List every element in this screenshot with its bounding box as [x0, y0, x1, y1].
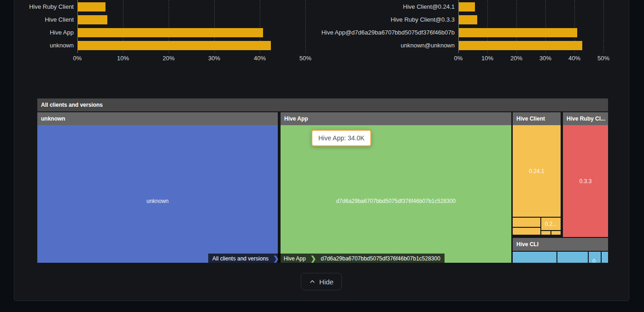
gridline	[603, 0, 604, 53]
treemap-cell-label: 0.	[589, 258, 601, 263]
treemap-cell-label: unknown	[146, 198, 169, 204]
category-label: Hive Client@0.24.1	[316, 3, 455, 11]
treemap-cell[interactable]: 0.23.0	[557, 252, 588, 263]
treemap-cell-label: d7d6a29ba6707bbd5075df376f46b07b1c528300	[336, 198, 456, 204]
hide-button-label: Hide	[319, 278, 334, 286]
category-label: unknown	[0, 42, 74, 49]
bar[interactable]	[78, 2, 105, 12]
treemap-cell[interactable]	[551, 231, 561, 235]
treemap-title-bar[interactable]: All clients and versions	[37, 98, 608, 111]
hide-button[interactable]: Hide	[301, 273, 342, 290]
treemap-section-header[interactable]: Hive Ruby Cl...	[563, 112, 608, 125]
tooltip: Hive App: 34.0K	[311, 130, 371, 146]
bar[interactable]	[459, 28, 577, 37]
axis-tick-label: 40%	[249, 55, 271, 62]
breadcrumb-arrow-icon: ❯	[273, 254, 280, 263]
treemap-cell-label: 0.2...	[545, 221, 557, 227]
breadcrumb-arrow-icon: ❯	[310, 254, 317, 263]
treemap-cell[interactable]: 0.2...	[541, 218, 561, 230]
breadcrumb: All clients and versions❯Hive App❯d7d6a2…	[208, 254, 445, 263]
chevron-up-icon	[309, 278, 316, 285]
treemap-cell-label: 0.24.1	[529, 168, 544, 174]
axis-tick-label: 10%	[476, 55, 498, 62]
clients-treemap: All clients and versionsunknownunknownHi…	[37, 98, 608, 263]
treemap-cell[interactable]	[602, 252, 608, 263]
category-label: Hive Client	[0, 16, 74, 23]
category-label: Hive Ruby Client	[0, 3, 74, 11]
axis-tick-label: 10%	[112, 55, 134, 62]
treemap-cell[interactable]: 0.	[589, 252, 601, 263]
axis-tick-label: 50%	[592, 55, 615, 62]
bar[interactable]	[459, 41, 582, 50]
treemap-cell[interactable]	[541, 231, 550, 235]
category-label: Hive App@d7d6a29ba6707bbd5075df376f46b07…	[316, 29, 455, 36]
category-label: Hive Ruby Client@0.3.3	[316, 16, 455, 23]
axis-tick-label: 40%	[563, 55, 585, 62]
axis-tick-label: 0%	[447, 55, 469, 62]
treemap-section-header[interactable]: Hive Client	[513, 112, 561, 125]
treemap-section-header[interactable]: Hive CLI	[513, 238, 608, 251]
category-label: Hive App	[0, 29, 74, 36]
axis-tick-label: 20%	[158, 55, 180, 62]
treemap-section-header[interactable]: unknown	[37, 112, 278, 125]
axis-tick-label: 20%	[505, 55, 527, 62]
gridline	[305, 0, 306, 53]
treemap-section-header[interactable]: Hive App	[281, 112, 511, 125]
bar[interactable]	[459, 15, 477, 24]
axis-tick-label: 50%	[294, 55, 316, 62]
axis-tick-label: 30%	[203, 55, 225, 62]
breadcrumb-item[interactable]: d7d6a29ba6707bbd5075df376f46b07b1c528300	[316, 254, 445, 263]
axis-tick-label: 30%	[534, 55, 556, 62]
bar[interactable]	[78, 41, 271, 50]
treemap-cell-label: 0.3.3	[580, 178, 592, 185]
axis-tick-label: 0%	[66, 55, 88, 62]
category-label: unknown@unknown	[316, 42, 455, 49]
breadcrumb-item[interactable]: All clients and versions	[208, 254, 273, 263]
tooltip-text: Hive App: 34.0K	[318, 134, 364, 142]
treemap-cell[interactable]	[513, 218, 540, 227]
treemap-cell[interactable]: unknown	[37, 125, 278, 263]
treemap-cell[interactable]: 0.23.0	[513, 252, 556, 263]
bar[interactable]	[78, 28, 263, 37]
treemap-cell[interactable]	[513, 228, 540, 235]
treemap-cell[interactable]: 0.3.3	[563, 125, 608, 237]
treemap-cell[interactable]: 0.24.1	[513, 125, 561, 217]
bar[interactable]	[78, 15, 107, 24]
breadcrumb-item[interactable]: Hive App	[280, 254, 310, 263]
bar[interactable]	[459, 2, 475, 12]
